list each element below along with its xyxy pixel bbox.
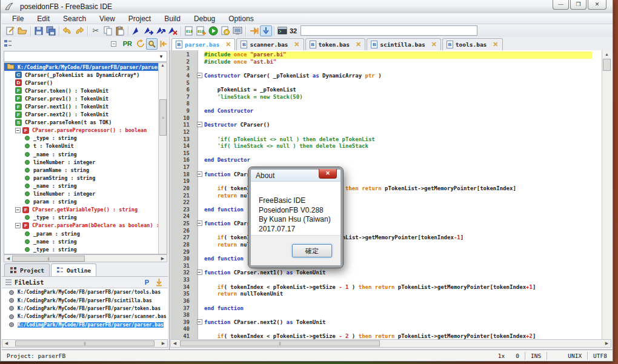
file-item[interactable]: K:/CodingPark/MyCode/FB/parserFB/parser/… [2, 288, 168, 296]
tree-item[interactable]: _type : string [4, 245, 167, 253]
editor-tab-scanner.bas[interactable]: Bscanner.bas✕ [236, 38, 304, 50]
tree-item[interactable]: _name : string [4, 182, 167, 190]
collapse-icon[interactable]: − [15, 128, 21, 133]
tree-item[interactable]: −FCParser.getVariableType() : string [4, 206, 167, 214]
tree-item[interactable]: CCParser(_pTokenList as DynamicArray*) [4, 71, 167, 79]
scroll-left-arrow[interactable]: ◀ [2, 341, 10, 346]
fold-minus-icon[interactable]: − [197, 220, 202, 226]
menu-build[interactable]: Build [158, 15, 187, 23]
open-file-button[interactable] [16, 25, 28, 36]
outline-tree-vscrollbar[interactable]: ▲ ≡ [158, 63, 167, 254]
tree-item[interactable]: SCParser.parseToken(t as TOK) [4, 119, 167, 127]
fold-margin[interactable]: − [194, 270, 204, 277]
panel-tab-project[interactable]: Project [4, 263, 50, 276]
rebuild-button[interactable] [219, 25, 231, 36]
compile-run2-dart-button[interactable] [154, 25, 167, 36]
toolbar-search-input[interactable] [301, 25, 477, 36]
scroll-left-arrow[interactable]: ◀ [171, 341, 179, 346]
tree-item[interactable]: −FCParser.parseParam(bDeclare as boolean… [4, 222, 167, 230]
editor-hscrollbar[interactable]: ◀ ⦀ ▶ [170, 339, 611, 348]
tree-item[interactable]: FCParser.next2() : TokenUnit [4, 111, 167, 119]
compile-run-dart-button[interactable] [142, 25, 154, 36]
save-button[interactable] [33, 25, 45, 36]
scroll-right-arrow[interactable]: ▶ [603, 341, 611, 346]
about-close-button[interactable]: ✕ [319, 169, 337, 179]
title-bar[interactable]: poseidonFB - FreeBasic IDE — ❐ ✕ [1, 0, 613, 13]
menu-search[interactable]: Search [56, 15, 93, 23]
filelist[interactable]: K:/CodingPark/MyCode/FB/parserFB/parser/… [2, 288, 168, 339]
tab-close-icon[interactable]: ✕ [356, 41, 361, 48]
fold-margin[interactable]: − [194, 122, 204, 129]
collapse-icon[interactable]: − [15, 207, 21, 213]
file-item[interactable]: K:/CodingPark/MyCode/FB/parserFB/parser/… [2, 313, 168, 320]
tree-item[interactable]: t : TokenUnit [4, 142, 167, 150]
refresh-outline-button[interactable] [135, 38, 146, 50]
editor-tab-token.bas[interactable]: Btoken.bas✕ [305, 38, 366, 50]
undo-button[interactable] [61, 25, 73, 36]
tree-item[interactable]: FCParser.token() : TokenUnit [4, 87, 167, 94]
tab-close-icon[interactable]: ✕ [225, 41, 231, 48]
console-button[interactable] [231, 25, 244, 36]
tree-item[interactable]: paramString : string [4, 174, 167, 182]
collapse-all-button[interactable]: − [109, 38, 121, 50]
scroll-thumb[interactable]: ⦀ [12, 256, 85, 262]
run-button[interactable] [207, 25, 219, 36]
hide-panel-button[interactable] [158, 38, 169, 50]
editor-tab-tools.bas[interactable]: Btools.bas✕ [442, 38, 503, 50]
editor-vscrollbar[interactable]: ▲ [602, 50, 611, 339]
fold-minus-icon[interactable]: − [197, 171, 202, 177]
tab-close-icon[interactable]: ✕ [431, 41, 437, 48]
tree-item[interactable]: _type : string [4, 134, 167, 142]
compile-stop-dart-button[interactable] [167, 25, 179, 36]
compile-dart-button[interactable] [130, 25, 142, 36]
lock-search-button[interactable] [146, 38, 158, 50]
fold-minus-icon[interactable]: − [197, 73, 202, 78]
scroll-thumb[interactable]: ≡ [159, 99, 167, 136]
tree-item[interactable]: _param : string [4, 230, 167, 237]
outline-view-button[interactable] [2, 38, 13, 50]
tree-item[interactable]: _name : string [4, 237, 167, 245]
minimize-button[interactable]: — [553, 0, 569, 10]
menu-options[interactable]: Options [222, 15, 260, 23]
menu-debug[interactable]: Debug [187, 15, 222, 23]
scroll-thumb[interactable] [603, 59, 611, 71]
goto-line-button[interactable] [248, 25, 260, 36]
panel-tab-outline[interactable]: Outline [51, 263, 96, 276]
menu-view[interactable]: View [93, 15, 122, 23]
tree-item[interactable]: _name : string [4, 150, 167, 158]
fold-margin[interactable]: − [194, 220, 204, 228]
fold-minus-icon[interactable]: − [197, 270, 202, 275]
scroll-up-arrow[interactable]: ▲ [602, 50, 611, 58]
maximize-button[interactable]: ❐ [570, 0, 586, 10]
download-arrow-icon[interactable] [155, 278, 163, 286]
scroll-thumb[interactable]: ⦀ [180, 340, 380, 346]
scroll-thumb[interactable]: ⦀ [15, 340, 154, 346]
project-badge[interactable]: P [145, 279, 149, 286]
tree-item[interactable]: lineNumber : integer [4, 158, 167, 166]
collapse-icon[interactable]: − [15, 223, 21, 228]
outline-tree-hscrollbar[interactable]: ◀ ⦀ ▶ [4, 254, 167, 262]
tree-item[interactable]: paramName : string [4, 166, 167, 174]
scroll-right-arrow[interactable]: ▶ [159, 341, 167, 346]
new-file-button[interactable] [4, 25, 16, 36]
menu-file[interactable]: File [5, 15, 30, 23]
outline-tree[interactable]: K:/CodingPark/MyCode/FB/parserFB/parser/… [4, 62, 167, 254]
code-editor[interactable]: 1#include once "parser.bi"2#include once… [170, 50, 611, 339]
jump-declaration-button[interactable] [260, 25, 272, 36]
cut-button[interactable]: ✂ [90, 25, 102, 36]
scroll-left-arrow[interactable]: ◀ [4, 256, 12, 261]
close-button[interactable]: ✕ [588, 0, 606, 10]
tree-item[interactable]: −FCParser.parsePreprocessor() : boolean [4, 127, 167, 134]
tree-item[interactable]: _type : string [4, 214, 167, 222]
fold-margin[interactable]: − [194, 171, 204, 179]
tree-item[interactable]: K:/CodingPark/MyCode/FB/parserFB/parser/… [4, 63, 167, 71]
file-item[interactable]: K:/CodingPark/MyCode/FB/parserFB/scintil… [2, 296, 168, 304]
tree-item[interactable]: DCParser() [4, 79, 167, 87]
tree-item[interactable]: FCParser.next1() : TokenUnit [4, 102, 167, 110]
fold-minus-icon[interactable]: − [197, 122, 202, 127]
save-all-button[interactable] [45, 25, 57, 36]
about-ok-button[interactable]: 確定 [292, 244, 332, 257]
fold-margin[interactable]: − [194, 319, 204, 326]
paste-button[interactable] [114, 25, 126, 36]
filelist-hscrollbar[interactable]: ◀ ⦀ ▶ [2, 339, 168, 348]
